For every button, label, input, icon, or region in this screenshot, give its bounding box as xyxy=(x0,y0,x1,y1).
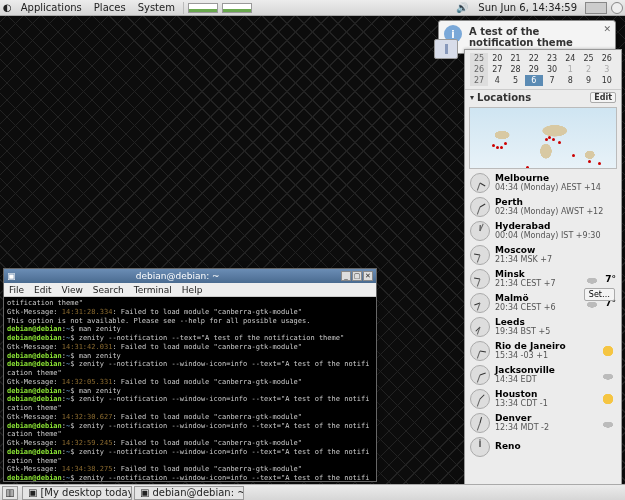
map-location-dot[interactable] xyxy=(492,144,495,147)
calendar-cell[interactable]: 24 xyxy=(561,53,579,64)
calendar-cell[interactable]: 2 xyxy=(580,64,598,75)
map-location-dot[interactable] xyxy=(500,146,503,149)
location-text: Denver12:34 MDT -2 xyxy=(495,414,595,433)
calendar-cell[interactable]: 5 xyxy=(507,75,525,86)
taskbar-item-label: debian@debian: ~ xyxy=(152,487,244,498)
calendar-cell[interactable]: 10 xyxy=(598,75,616,86)
calendar-cell[interactable]: 21 xyxy=(507,53,525,64)
calendar-cell[interactable]: 1 xyxy=(561,64,579,75)
location-row[interactable]: Perth02:34 (Monday) AWST +12 xyxy=(465,195,621,219)
location-text: Hyderabad00:04 (Monday) IST +9:30 xyxy=(495,222,616,241)
map-location-dot[interactable] xyxy=(572,154,575,157)
panel-round-button[interactable] xyxy=(611,2,623,14)
clock-face-icon xyxy=(470,341,490,361)
close-icon[interactable]: ✕ xyxy=(603,24,611,34)
clock-face-icon xyxy=(470,221,490,241)
calendar-cell[interactable]: 25 xyxy=(470,53,488,64)
minimize-button[interactable]: _ xyxy=(341,271,351,281)
location-row[interactable]: Hyderabad00:04 (Monday) IST +9:30 xyxy=(465,219,621,243)
calendar-cell[interactable]: 3 xyxy=(598,64,616,75)
maximize-button[interactable]: ▢ xyxy=(352,271,362,281)
calendar-cell[interactable]: 4 xyxy=(488,75,506,86)
clock-applet[interactable]: Sun Jun 6, 14:34:59 xyxy=(472,2,583,13)
location-row[interactable]: Moscow21:34 MSK +7 xyxy=(465,243,621,267)
calendar-cell[interactable]: 20 xyxy=(488,53,506,64)
terminal-menu-terminal[interactable]: Terminal xyxy=(129,283,177,296)
system-monitor-applet[interactable] xyxy=(188,3,218,13)
calendar-cell[interactable]: 8 xyxy=(561,75,579,86)
calendar-cell[interactable]: 30 xyxy=(543,64,561,75)
calendar-cell[interactable]: 22 xyxy=(525,53,543,64)
clock-face-icon xyxy=(470,413,490,433)
map-location-dot[interactable] xyxy=(526,166,529,169)
terminal-menu-edit[interactable]: Edit xyxy=(29,283,56,296)
set-button[interactable]: Set… xyxy=(584,288,615,301)
taskbar-item[interactable]: ▣[My desktop today - Mu… xyxy=(22,486,132,500)
calendar-cell[interactable]: 7 xyxy=(543,75,561,86)
map-location-dot[interactable] xyxy=(548,136,551,139)
calendar-cell[interactable]: 6 xyxy=(525,75,543,86)
map-location-dot[interactable] xyxy=(496,146,499,149)
menu-places[interactable]: Places xyxy=(88,0,132,15)
location-row[interactable]: Houston13:34 CDT -1 xyxy=(465,387,621,411)
calendar-cell[interactable]: 25 xyxy=(580,53,598,64)
taskbar-item[interactable]: ▣debian@debian: ~ xyxy=(134,486,244,500)
show-desktop-button[interactable]: ▥ xyxy=(2,486,18,500)
calendar-cell[interactable]: 26 xyxy=(470,64,488,75)
terminal-menu-file[interactable]: File xyxy=(4,283,29,296)
location-row[interactable]: Leeds19:34 BST +5 xyxy=(465,315,621,339)
clock-face-icon xyxy=(470,245,490,265)
clock-face-icon xyxy=(470,197,490,217)
location-row[interactable]: Rio de Janeiro15:34 -03 +1 xyxy=(465,339,621,363)
map-location-dot[interactable] xyxy=(598,162,601,165)
workspace-pager[interactable] xyxy=(585,2,607,14)
location-time: 00:04 (Monday) IST +9:30 xyxy=(495,232,616,241)
system-monitor-applet-2[interactable] xyxy=(222,3,252,13)
terminal-menu-search[interactable]: Search xyxy=(88,283,129,296)
gnome-foot-icon: ◐ xyxy=(0,2,15,13)
edit-locations-button[interactable]: Edit xyxy=(590,92,616,103)
close-button[interactable]: ✕ xyxy=(363,271,373,281)
location-text: Malmö20:34 CEST +6 xyxy=(495,294,579,313)
volume-icon[interactable]: 🔊 xyxy=(456,2,468,14)
location-time: 02:34 (Monday) AWST +12 xyxy=(495,208,616,217)
map-location-dot[interactable] xyxy=(558,141,561,144)
location-text: Melbourne04:34 (Monday) AEST +14 xyxy=(495,174,616,193)
location-row[interactable]: Reno xyxy=(465,435,621,459)
map-location-dot[interactable] xyxy=(530,168,533,169)
top-panel: ◐ Applications Places System 🔊 Sun Jun 6… xyxy=(0,0,625,16)
location-row[interactable]: Melbourne04:34 (Monday) AEST +14 xyxy=(465,171,621,195)
location-time: 21:34 CEST +7 xyxy=(495,280,579,289)
calendar-cell[interactable]: 23 xyxy=(543,53,561,64)
world-map[interactable] xyxy=(469,107,617,169)
calendar[interactable]: 252021222324252626272829301232745678910 xyxy=(465,50,621,89)
location-row[interactable]: Jacksonville14:34 EDT xyxy=(465,363,621,387)
window-titlebar[interactable]: ▣ debian@debian: ~ _ ▢ ✕ xyxy=(4,269,376,283)
location-text: Minsk21:34 CEST +7 xyxy=(495,270,579,289)
calendar-cell[interactable]: 26 xyxy=(598,53,616,64)
location-time: 21:34 MSK +7 xyxy=(495,256,616,265)
calendar-cell[interactable]: 27 xyxy=(488,64,506,75)
map-location-dot[interactable] xyxy=(504,142,507,145)
map-location-dot[interactable] xyxy=(588,160,591,163)
weather-sun-icon xyxy=(600,343,616,359)
panel-separator xyxy=(183,2,184,14)
calendar-cell[interactable]: 9 xyxy=(580,75,598,86)
map-location-dot[interactable] xyxy=(552,138,555,141)
terminal-menu-help[interactable]: Help xyxy=(177,283,208,296)
calendar-cell[interactable]: 29 xyxy=(525,64,543,75)
location-text: Leeds19:34 BST +5 xyxy=(495,318,616,337)
menu-applications[interactable]: Applications xyxy=(15,0,88,15)
window-title: debian@debian: ~ xyxy=(16,271,340,281)
calendar-cell[interactable]: 27 xyxy=(470,75,488,86)
weather-cloud-icon xyxy=(584,271,600,287)
menu-system[interactable]: System xyxy=(132,0,181,15)
locations-header[interactable]: ▾ Locations Edit xyxy=(465,89,621,105)
terminal-output[interactable]: otification theme" Gtk-Message: 14:31:28… xyxy=(4,297,376,481)
location-row[interactable]: Denver12:34 MDT -2 xyxy=(465,411,621,435)
calendar-cell[interactable]: 28 xyxy=(507,64,525,75)
chevron-down-icon: ▾ xyxy=(470,93,474,102)
map-location-dot[interactable] xyxy=(545,138,548,141)
terminal-menu-view[interactable]: View xyxy=(57,283,88,296)
location-time: 20:34 CEST +6 xyxy=(495,304,579,313)
